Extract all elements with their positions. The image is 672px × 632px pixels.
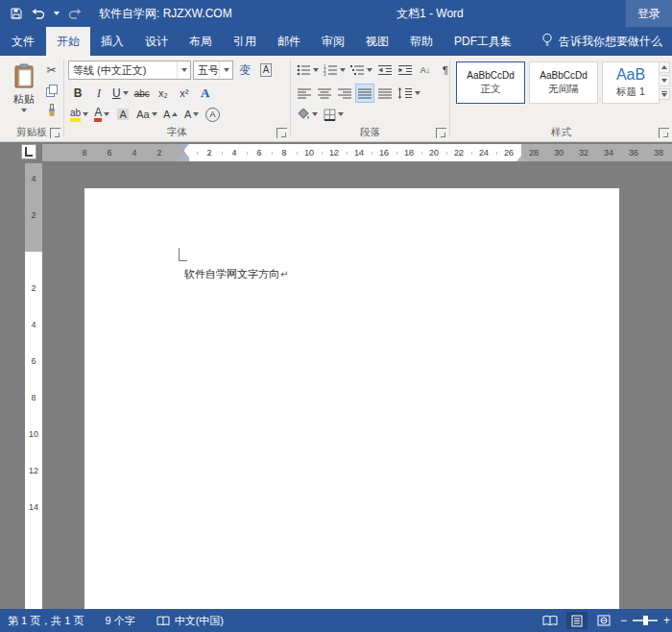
tell-me-box[interactable]: 告诉我你想要做什么 (541, 27, 662, 56)
borders-dropdown-icon[interactable] (338, 112, 344, 116)
font-color-button[interactable]: A (92, 105, 111, 124)
sign-in-button[interactable]: 登录 (626, 0, 672, 27)
align-center-icon (318, 88, 332, 99)
line-spacing-dropdown-icon[interactable] (415, 91, 420, 95)
phonetic-guide-button[interactable]: 变 (235, 61, 254, 80)
ribbon-tab[interactable]: 审阅 (311, 27, 355, 56)
highlight-color-button[interactable]: ab (68, 105, 90, 124)
clipboard-dialog-launcher[interactable] (50, 128, 60, 138)
ribbon-tab[interactable]: 引用 (223, 27, 267, 56)
document-page[interactable]: 软件自学网文字方向↵ (84, 188, 619, 609)
word-count[interactable]: 9 个字 (105, 614, 134, 628)
undo-dropdown-icon[interactable] (54, 12, 60, 15)
styles-scroll-up-button[interactable] (659, 61, 670, 73)
text-effects-button[interactable]: A (196, 84, 215, 103)
shrink-font-button[interactable]: A (182, 105, 202, 124)
align-left-button[interactable] (295, 84, 314, 103)
zoom-slider[interactable] (633, 620, 658, 621)
align-right-button[interactable] (335, 84, 354, 103)
left-indent-marker[interactable] (180, 158, 189, 161)
redo-icon[interactable] (68, 8, 82, 19)
character-shading-button[interactable]: A (113, 105, 132, 124)
increase-indent-button[interactable] (396, 61, 415, 80)
style-card-no-spacing[interactable]: AaBbCcDd 无间隔 (529, 61, 598, 104)
tab-file[interactable]: 文件 (0, 27, 46, 56)
read-mode-button[interactable] (540, 612, 561, 629)
styles-more-button[interactable] (659, 88, 670, 100)
font-size-combo[interactable]: 五号 (193, 61, 233, 80)
tab-stop-selector[interactable] (21, 144, 36, 159)
ribbon-tab[interactable]: 布局 (179, 27, 223, 56)
horizontal-ruler[interactable]: 8642 2468101214161820222426283032343638 (42, 144, 672, 161)
ribbon-tab[interactable]: PDF工具集 (444, 27, 522, 56)
format-painter-button[interactable] (42, 101, 60, 119)
subscript-button[interactable]: x₂ (154, 84, 173, 103)
document-text-line[interactable]: 软件自学网文字方向↵ (184, 267, 288, 281)
copy-button[interactable] (42, 81, 60, 99)
underline-dropdown-icon[interactable] (123, 91, 129, 95)
ruler-number: 2 (25, 270, 42, 306)
justify-button[interactable] (355, 84, 374, 103)
sort-button[interactable]: A↓ (416, 61, 435, 80)
strikethrough-button[interactable]: abc (132, 84, 152, 103)
undo-icon[interactable] (32, 8, 45, 19)
font-name-combo[interactable]: 等线 (中文正文) (68, 61, 191, 80)
shading-dropdown-icon[interactable] (312, 112, 318, 116)
styles-dialog-launcher[interactable] (659, 128, 669, 138)
align-center-button[interactable] (315, 84, 334, 103)
status-bar: 第 1 页，共 1 页 9 个字 中文(中国) − + (0, 609, 672, 632)
ribbon-tab[interactable]: 设计 (134, 27, 179, 56)
font-name-dropdown-icon[interactable] (177, 61, 190, 79)
decrease-indent-button[interactable] (375, 61, 395, 80)
character-border-button[interactable]: A (256, 61, 276, 80)
right-indent-marker[interactable] (516, 156, 526, 161)
highlight-dropdown-icon[interactable] (83, 112, 88, 116)
style-card-normal[interactable]: AaBbCcDd 正文 (456, 61, 525, 104)
page-indicator[interactable]: 第 1 页，共 1 页 (8, 614, 84, 628)
ribbon-tab[interactable]: 帮助 (399, 27, 444, 56)
enclose-characters-button[interactable]: A (204, 105, 223, 124)
line-spacing-button[interactable] (396, 84, 422, 103)
shading-button[interactable] (295, 105, 320, 124)
numbering-button[interactable]: 123 (322, 61, 348, 80)
borders-button[interactable] (322, 105, 346, 124)
save-icon[interactable] (10, 7, 23, 20)
style-card-heading1[interactable]: AaB 标题 1 (602, 61, 660, 104)
bullets-dropdown-icon[interactable] (313, 68, 319, 72)
bullets-button[interactable] (295, 61, 321, 80)
vertical-ruler[interactable]: 4 2 2468101214 (25, 163, 42, 609)
paragraph-dialog-launcher[interactable] (436, 128, 446, 138)
styles-scroll-down-button[interactable] (659, 75, 670, 86)
font-size-dropdown-icon[interactable] (219, 61, 232, 79)
web-layout-button[interactable] (593, 612, 614, 629)
first-line-indent-marker[interactable] (180, 144, 189, 150)
font-dialog-launcher[interactable] (276, 128, 287, 138)
multilevel-list-button[interactable] (348, 61, 374, 80)
font-color-dropdown-icon[interactable] (104, 112, 109, 116)
ribbon-tab[interactable]: 视图 (355, 27, 399, 56)
zoom-in-button[interactable]: + (663, 614, 670, 627)
document-text[interactable]: 软件自学网文字方向 (184, 268, 279, 280)
distributed-button[interactable] (375, 84, 395, 103)
multilevel-dropdown-icon[interactable] (367, 68, 372, 72)
print-layout-button[interactable] (566, 612, 588, 629)
zoom-out-button[interactable]: − (620, 614, 627, 627)
numbering-dropdown-icon[interactable] (340, 68, 346, 72)
change-case-dropdown-icon[interactable] (152, 112, 157, 116)
ribbon-tab[interactable]: 插入 (90, 27, 134, 56)
underline-button[interactable]: U (110, 84, 131, 103)
styles-group: AaBbCcDd 正文 AaBbCcDd 无间隔 AaB 标题 1 样式 (450, 56, 672, 141)
ribbon-tab[interactable]: 邮件 (267, 27, 311, 56)
paste-button[interactable]: 粘贴 (6, 61, 42, 124)
ruler-number: 6 (25, 343, 42, 379)
italic-button[interactable]: I (89, 84, 108, 103)
bold-button[interactable]: B (68, 84, 87, 103)
language-indicator[interactable]: 中文(中国) (156, 614, 224, 628)
change-case-button[interactable]: Aa (134, 105, 158, 124)
zoom-slider-handle[interactable] (643, 616, 648, 625)
ribbon-tab[interactable]: 开始 (46, 27, 90, 56)
superscript-button[interactable]: x² (175, 84, 194, 103)
paste-dropdown-icon[interactable] (21, 109, 27, 112)
cut-button[interactable]: ✂ (42, 61, 60, 79)
grow-font-button[interactable]: A (161, 105, 180, 124)
